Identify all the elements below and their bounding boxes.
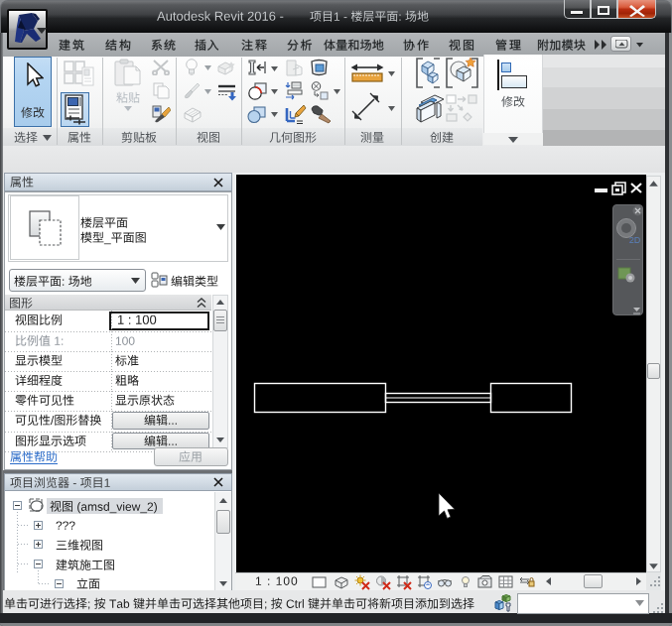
- svg-text:2D: 2D: [629, 235, 640, 245]
